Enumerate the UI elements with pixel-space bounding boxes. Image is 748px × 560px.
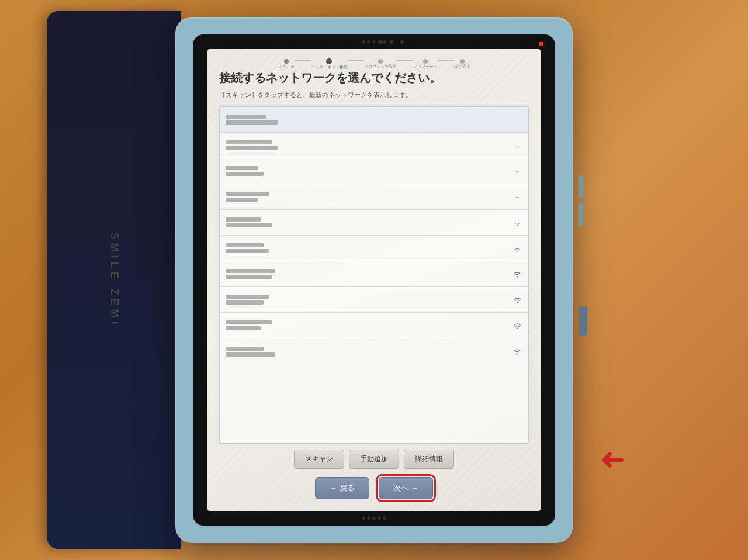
scan-button[interactable]: スキャン <box>294 450 344 469</box>
right-buttons <box>579 175 583 226</box>
network-item-7[interactable] <box>220 261 528 287</box>
network-name-4 <box>226 192 269 202</box>
step-internet: インターネット接続 <box>311 58 348 70</box>
step-account: アカウントの設定 <box>364 59 397 70</box>
volume-up-button[interactable] <box>579 175 583 198</box>
next-button[interactable]: 次へ → <box>379 477 433 499</box>
network-name-2 <box>226 140 278 150</box>
network-item-9[interactable] <box>220 313 528 338</box>
details-button[interactable]: 詳細情報 <box>404 450 454 469</box>
wifi-icon-6 <box>512 244 522 253</box>
svg-point-2 <box>517 276 518 277</box>
progress-steps: ようこそ インターネット接続 アカウントの設定 <box>219 58 529 70</box>
network-item-1[interactable] <box>220 107 528 133</box>
tablet-case: ようこそ インターネット接続 アカウントの設定 <box>175 17 573 543</box>
network-name-5 <box>226 217 272 227</box>
right-connector <box>579 306 587 336</box>
wifi-icon-3 <box>512 167 522 175</box>
network-item-4[interactable] <box>220 184 528 210</box>
camera-indicator <box>539 42 543 46</box>
wifi-icon-9 <box>512 322 522 330</box>
manual-add-button[interactable]: 手動追加 <box>349 450 399 469</box>
wifi-icon-2 <box>512 141 522 150</box>
network-name-8 <box>226 295 269 305</box>
volume-down-button[interactable] <box>579 203 583 226</box>
network-name-7 <box>226 269 275 279</box>
network-name-6 <box>226 243 269 253</box>
network-item-5[interactable] <box>220 210 528 236</box>
wifi-icon-8 <box>512 296 522 304</box>
network-list <box>219 106 529 444</box>
network-name-9 <box>226 320 272 330</box>
screen: ようこそ インターネット接続 アカウントの設定 <box>207 49 541 511</box>
wifi-icon-4 <box>512 193 522 201</box>
brand-label: SMiLE ZEMi <box>108 233 120 328</box>
navigation-buttons: ← 戻る 次へ → <box>219 477 529 499</box>
svg-point-0 <box>517 224 518 226</box>
step-update: アップデート <box>413 59 438 70</box>
back-button[interactable]: ← 戻る <box>315 477 369 499</box>
network-item-10[interactable] <box>220 338 528 364</box>
network-name-1 <box>226 115 278 125</box>
bottom-speakers <box>362 517 386 520</box>
svg-point-1 <box>517 250 518 251</box>
wifi-icon-7 <box>512 270 522 278</box>
wifi-icon-10 <box>512 347 522 355</box>
page-subheading: ［スキャン］をタップすると、最新のネットワークを表示します。 <box>219 91 529 99</box>
annotation-arrow: ➜ <box>600 444 625 474</box>
wifi-icon-1 <box>512 116 522 124</box>
svg-point-4 <box>517 327 518 329</box>
network-item-8[interactable] <box>220 287 528 313</box>
page-heading: 接続するネットワークを選んでください。 <box>219 70 529 86</box>
svg-point-3 <box>517 302 518 303</box>
network-item-3[interactable] <box>220 158 528 184</box>
step-welcome: ようこそ <box>278 59 295 70</box>
network-name-3 <box>226 166 264 176</box>
network-item-2[interactable] <box>220 133 528 158</box>
wifi-icon-5 <box>512 219 522 227</box>
step-complete: 設定完了 <box>454 59 470 70</box>
action-buttons: スキャン 手動追加 詳細情報 <box>219 450 529 469</box>
svg-point-5 <box>517 353 518 354</box>
top-indicators <box>379 40 404 44</box>
tablet-cover-left: SMiLE ZEMi <box>47 11 181 549</box>
network-item-6[interactable] <box>220 236 528 261</box>
tablet-bezel: ようこそ インターネット接続 アカウントの設定 <box>193 34 555 526</box>
network-name-10 <box>226 347 275 357</box>
